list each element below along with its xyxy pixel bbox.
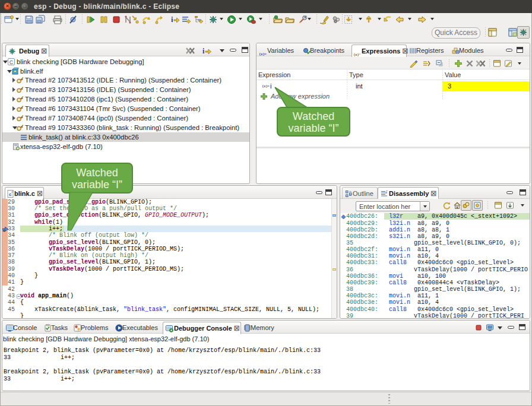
svg-text:i: i bbox=[171, 15, 173, 24]
svg-text:c: c bbox=[9, 192, 12, 197]
svg-text:C: C bbox=[10, 59, 14, 65]
svg-text:i: i bbox=[202, 47, 205, 55]
